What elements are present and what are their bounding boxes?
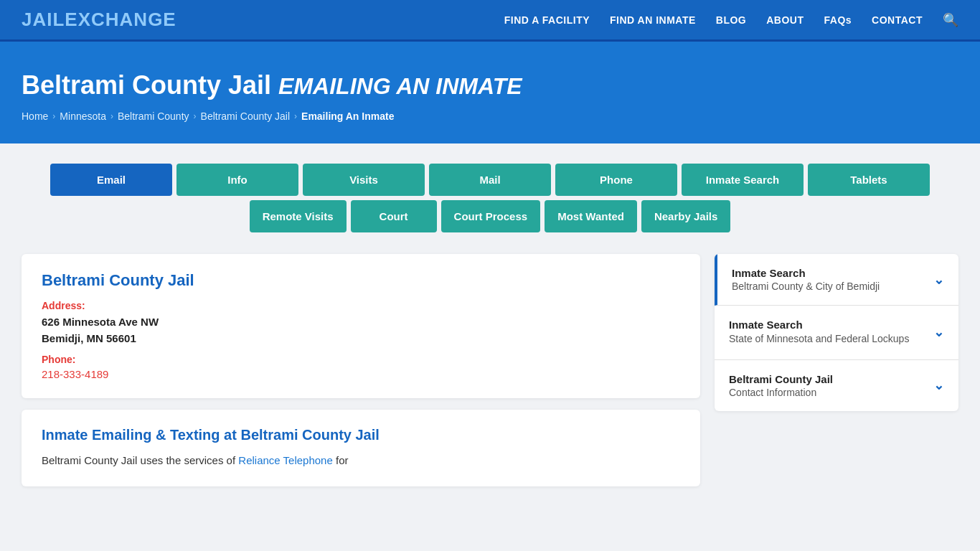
tab-court-process[interactable]: Court Process: [441, 200, 541, 232]
address-label: Address:: [42, 300, 680, 311]
nav-contact[interactable]: CONTACT: [872, 14, 923, 26]
hero-section: Beltrami County Jail Emailing An Inmate …: [0, 42, 980, 143]
search-button[interactable]: 🔍: [943, 12, 958, 28]
tab-phone[interactable]: Phone: [555, 164, 677, 196]
breadcrumb-sep-2: ›: [110, 111, 113, 121]
breadcrumb-county[interactable]: Beltrami County: [118, 110, 189, 122]
sidebar-item-3-subtitle: Contact Information: [729, 387, 833, 398]
breadcrumb-sep-1: ›: [52, 111, 55, 121]
jail-address: 626 Minnesota Ave NW Bemidji, MN 56601: [42, 314, 680, 347]
chevron-down-icon-1: ⌄: [933, 272, 944, 288]
content-title: Inmate Emailing & Texting at Beltrami Co…: [42, 427, 680, 443]
breadcrumb-current: Emailing An Inmate: [301, 110, 394, 122]
tab-visits[interactable]: Visits: [303, 164, 425, 196]
address-line2: Bemidji, MN 56601: [42, 332, 136, 344]
brand-part1: JAIL: [22, 9, 65, 30]
tab-tablets[interactable]: Tablets: [808, 164, 930, 196]
nav-find-inmate[interactable]: FIND AN INMATE: [610, 14, 696, 26]
chevron-down-icon-2: ⌄: [933, 324, 944, 340]
sidebar-item-3[interactable]: Beltrami County Jail Contact Information…: [715, 360, 958, 411]
tabs-row-2: Remote Visits Court Court Process Most W…: [22, 200, 958, 232]
sidebar-item-3-title: Beltrami County Jail: [729, 373, 833, 385]
left-column: Beltrami County Jail Address: 626 Minnes…: [22, 254, 700, 486]
sidebar-item-2-title: Inmate Search: [729, 319, 909, 331]
brand-logo[interactable]: JAILEXCHANGE: [22, 9, 176, 31]
breadcrumb-home[interactable]: Home: [22, 110, 48, 122]
nav-blog[interactable]: BLOG: [716, 14, 746, 26]
page-title-main: Beltrami County Jail: [22, 70, 271, 100]
breadcrumb-jail[interactable]: Beltrami County Jail: [201, 110, 291, 122]
content-text: Beltrami County Jail uses the services o…: [42, 452, 680, 469]
nav-find-facility[interactable]: FIND A FACILITY: [504, 14, 590, 26]
sidebar-item-1-title: Inmate Search: [732, 267, 880, 279]
breadcrumb-sep-4: ›: [294, 111, 297, 121]
navbar: JAILEXCHANGE FIND A FACILITY FIND AN INM…: [0, 0, 980, 42]
tabs-section: Email Info Visits Mail Phone Inmate Sear…: [0, 143, 980, 254]
content-card: Inmate Emailing & Texting at Beltrami Co…: [22, 410, 700, 486]
chevron-down-icon-3: ⌄: [933, 377, 944, 393]
sidebar-item-1-subtitle: Beltrami County & City of Bemidji: [732, 281, 880, 292]
sidebar-item-1-content: Inmate Search Beltrami County & City of …: [732, 267, 880, 292]
content-text-part2: for: [336, 454, 349, 466]
page-title: Beltrami County Jail Emailing An Inmate: [22, 70, 958, 100]
jail-info-title: Beltrami County Jail: [42, 271, 680, 290]
tab-court[interactable]: Court: [351, 200, 437, 232]
phone-label: Phone:: [42, 354, 680, 365]
tab-most-wanted[interactable]: Most Wanted: [545, 200, 637, 232]
page-title-italic: Emailing An Inmate: [278, 73, 522, 99]
breadcrumb: Home › Minnesota › Beltrami County › Bel…: [22, 110, 958, 122]
tab-remote-visits[interactable]: Remote Visits: [250, 200, 347, 232]
jail-phone[interactable]: 218-333-4189: [42, 368, 108, 380]
right-sidebar: Inmate Search Beltrami County & City of …: [715, 254, 958, 411]
sidebar-item-2-subtitle: State of Minnesota and Federal Lockups: [729, 332, 909, 347]
jail-info-card: Beltrami County Jail Address: 626 Minnes…: [22, 254, 700, 398]
brand-part2: EXCHANGE: [65, 9, 176, 30]
tab-nearby-jails[interactable]: Nearby Jails: [641, 200, 730, 232]
sidebar-item-2-content: Inmate Search State of Minnesota and Fed…: [729, 319, 909, 347]
tab-info[interactable]: Info: [176, 164, 298, 196]
tabs-row-1: Email Info Visits Mail Phone Inmate Sear…: [22, 164, 958, 196]
tab-inmate-search[interactable]: Inmate Search: [682, 164, 804, 196]
address-line1: 626 Minnesota Ave NW: [42, 316, 159, 328]
sidebar-card: Inmate Search Beltrami County & City of …: [715, 254, 958, 411]
sidebar-item-2[interactable]: Inmate Search State of Minnesota and Fed…: [715, 306, 958, 360]
content-text-part1: Beltrami County Jail uses the services o…: [42, 454, 235, 466]
main-content: Beltrami County Jail Address: 626 Minnes…: [0, 254, 980, 508]
nav-links: FIND A FACILITY FIND AN INMATE BLOG ABOU…: [504, 12, 958, 28]
tab-email[interactable]: Email: [50, 164, 172, 196]
tab-mail[interactable]: Mail: [429, 164, 551, 196]
nav-about[interactable]: ABOUT: [766, 14, 804, 26]
nav-faqs[interactable]: FAQs: [824, 14, 852, 26]
breadcrumb-state[interactable]: Minnesota: [60, 110, 106, 122]
sidebar-item-3-content: Beltrami County Jail Contact Information: [729, 373, 833, 398]
breadcrumb-sep-3: ›: [194, 111, 197, 121]
sidebar-item-1[interactable]: Inmate Search Beltrami County & City of …: [715, 254, 958, 306]
reliance-telephone-link[interactable]: Reliance Telephone: [238, 454, 333, 466]
